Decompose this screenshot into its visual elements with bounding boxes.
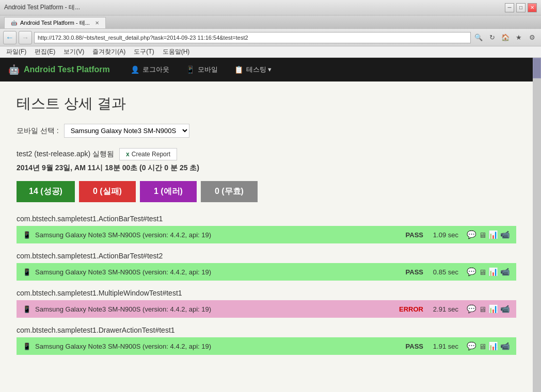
nav-logout[interactable]: 👤 로그아웃 [122,58,178,81]
maximize-button[interactable]: □ [516,3,526,12]
nav-mobile[interactable]: 📱 모바일 [178,58,226,81]
nav-logout-label: 로그아웃 [142,65,169,74]
device-icon: 📱 [23,231,31,239]
video-icon[interactable]: 📹 [500,267,510,276]
close-button[interactable]: ✕ [528,3,537,12]
page-content: 테스트 상세 결과 모바일 선택 : Samsung Galaxy Note3 … [0,81,533,392]
test-status: PASS [392,342,423,350]
test-info-text: test2 (test-release.apk) 실행됨 [17,150,114,159]
test-status: PASS [392,231,423,239]
test-actions: 💬 🖥 📊 📹 [467,341,510,351]
back-button[interactable]: ← [3,31,17,44]
comment-icon[interactable]: 💬 [467,267,476,276]
screen-icon[interactable]: 🖥 [479,305,486,314]
favorites-icon[interactable]: ★ [513,32,524,43]
video-icon[interactable]: 📹 [500,230,510,239]
page-title: 테스트 상세 결과 [17,94,516,113]
browser-tabs: 🤖 Android Test Platform - 테... ✕ [0,15,541,29]
screen-icon[interactable]: 🖥 [479,231,486,239]
active-tab[interactable]: 🤖 Android Test Platform - 테... ✕ [4,17,106,28]
stats-row: 14 (성공) 0 (실패) 1 (에러) 0 (무효) [17,181,516,202]
scrollbar[interactable] [533,58,541,392]
nav-mobile-label: 모바일 [198,65,218,74]
window-controls: ─ □ ✕ [505,3,537,12]
test-group: com.btstech.sampletest1.ActionBarTest#te… [17,213,516,243]
forward-button[interactable]: → [19,31,32,44]
search-icon[interactable]: 🔍 [473,32,484,43]
browser-title: Android Test Platform - 테... [4,3,80,12]
menu-favorites[interactable]: 즐겨찾기(A) [88,46,130,57]
device-selector-label: 모바일 선택 : [17,126,59,136]
video-icon[interactable]: 📹 [500,304,510,314]
device-name: Samsung Galaxy Note3 SM-N900S (version: … [35,268,388,276]
device-selector-row: 모바일 선택 : Samsung Galaxy Note3 SM-N900S [17,124,516,138]
device-icon: 📱 [23,342,31,350]
menu-edit[interactable]: 편집(E) [30,46,59,57]
device-icon: 📱 [23,305,31,313]
test-group: com.btstech.sampletest1.ActionBarTest#te… [17,250,516,281]
tab-label: Android Test Platform - 테... [20,19,90,27]
chart-icon[interactable]: 📊 [488,304,498,314]
device-icon: 📱 [23,268,31,276]
menu-bar: 파일(F) 편집(E) 보기(V) 즐겨찾기(A) 도구(T) 도움말(H) [0,46,541,58]
test-groups-container: com.btstech.sampletest1.ActionBarTest#te… [17,213,516,355]
toolbar-icons: 🔍 ↻ 🏠 ★ ⚙ [473,32,538,43]
stat-success-button[interactable]: 14 (성공) [17,181,75,202]
test-date: 2014년 9월 23일, AM 11시 18분 00초 (0 시간 0 분 2… [17,164,516,173]
comment-icon[interactable]: 💬 [467,230,476,239]
device-select[interactable]: Samsung Galaxy Note3 SM-N900S [64,124,189,138]
screen-icon[interactable]: 🖥 [479,342,486,351]
device-name: Samsung Galaxy Note3 SM-N900S (version: … [35,231,388,239]
tab-close-icon[interactable]: ✕ [95,20,99,26]
brand-icon: 🤖 [8,64,20,75]
test-info-row: test2 (test-release.apk) 실행됨 x Create Re… [17,148,516,160]
menu-help[interactable]: 도움말(H) [158,46,194,57]
test-actions: 💬 🖥 📊 📹 [467,267,510,276]
minimize-button[interactable]: ─ [505,3,514,12]
test-group: com.btstech.sampletest1.DrawerActionTest… [17,324,516,355]
video-icon[interactable]: 📹 [500,341,510,351]
chart-icon[interactable]: 📊 [488,230,498,239]
app-brand[interactable]: 🤖 Android Test Platform [8,64,118,75]
stat-invalid-button[interactable]: 0 (무효) [201,181,258,202]
screen-icon[interactable]: 🖥 [479,268,486,276]
test-time: 0.85 sec [427,268,458,276]
device-name: Samsung Galaxy Note3 SM-N900S (version: … [35,305,388,313]
device-name: Samsung Galaxy Note3 SM-N900S (version: … [35,342,388,350]
url-text: http://172.30.0.88/~bts/test_result_deta… [38,35,248,41]
chart-icon[interactable]: 📊 [488,341,498,351]
test-row: 📱 Samsung Galaxy Note3 SM-N900S (version… [17,300,516,318]
test-group-name: com.btstech.sampletest1.MultipleWindowTe… [17,287,516,299]
scrollbar-thumb[interactable] [533,58,541,78]
home-icon[interactable]: 🏠 [500,32,511,43]
stat-error-button[interactable]: 1 (에러) [140,181,197,202]
chart-icon[interactable]: 📊 [488,267,498,276]
create-report-label: Create Report [132,151,170,158]
settings-icon[interactable]: ⚙ [527,32,538,43]
test-group-name: com.btstech.sampletest1.ActionBarTest#te… [17,213,516,225]
test-time: 1.91 sec [427,342,458,350]
create-report-button[interactable]: x Create Report [119,148,177,160]
menu-file[interactable]: 파일(F) [2,46,30,57]
refresh-icon[interactable]: ↻ [486,32,498,43]
menu-tools[interactable]: 도구(T) [130,46,158,57]
test-actions: 💬 🖥 📊 📹 [467,304,510,314]
browser-titlebar: Android Test Platform - 테... ─ □ ✕ [0,0,541,15]
menu-view[interactable]: 보기(V) [59,46,88,57]
user-icon: 👤 [131,66,139,74]
clipboard-icon: 📋 [234,66,243,74]
brand-name: Android Test Platform [24,65,110,74]
test-group: com.btstech.sampletest1.MultipleWindowTe… [17,287,516,318]
address-bar[interactable]: http://172.30.0.88/~bts/test_result_deta… [34,32,471,43]
test-row: 📱 Samsung Galaxy Note3 SM-N900S (version… [17,226,516,243]
nav-testing[interactable]: 📋 테스팅 ▾ [226,58,280,81]
test-group-name: com.btstech.sampletest1.DrawerActionTest… [17,324,516,336]
stat-fail-button[interactable]: 0 (실패) [79,181,136,202]
nav-testing-label: 테스팅 ▾ [246,65,272,74]
test-time: 1.09 sec [427,231,458,239]
test-group-name: com.btstech.sampletest1.ActionBarTest#te… [17,250,516,262]
test-status: PASS [392,268,423,276]
comment-icon[interactable]: 💬 [467,341,476,351]
comment-icon[interactable]: 💬 [467,304,476,314]
mobile-icon: 📱 [186,66,195,74]
